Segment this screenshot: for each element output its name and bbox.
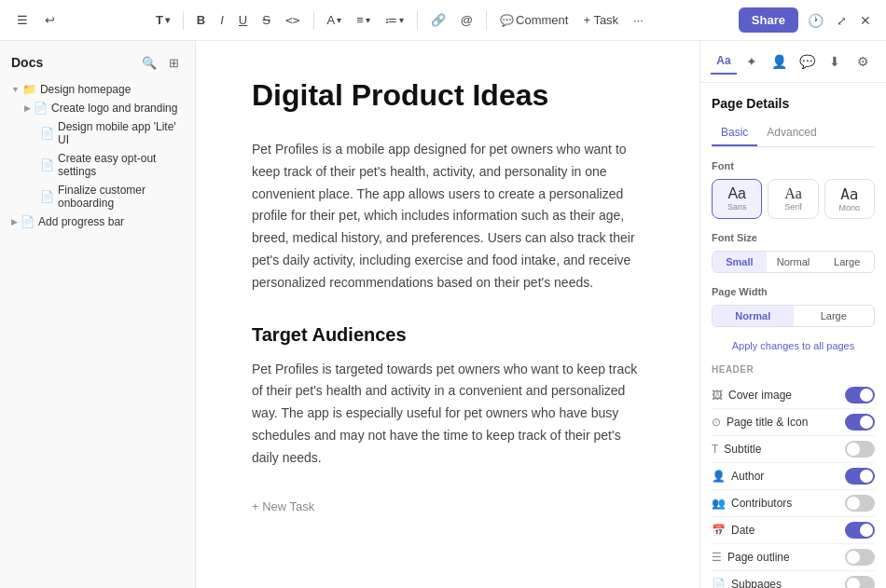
font-option-sans[interactable]: AaSans [712,179,762,219]
tree-arrow-0: ▼ [11,85,20,94]
mention-button[interactable]: @ [455,9,478,31]
sidebar-tree: ▼ 📁 Design homepage ▶ 📄 Create logo and … [0,80,195,231]
toggle-icon-5: 📅 [712,524,726,537]
close-icon: ✕ [860,13,871,28]
toolbar: ☰ ↩ T ▾ B I U S <> A ▾ ≡ [0,0,886,41]
toggle-row-subpages: 📄 Subpages [712,571,875,588]
sidebar-item-5[interactable]: ▶ 📄 Add progress bar [4,212,191,231]
toggle-rows: 🖼 Cover image ⊙ Page title & Icon T Subt… [712,382,875,588]
tree-item-label-1: Create logo and branding [51,102,177,115]
font-color-button[interactable]: A ▾ [322,9,348,31]
toggle-row-subtitle: T Subtitle [712,436,875,463]
apply-link[interactable]: Apply changes to all pages [712,340,875,351]
tree-doc-icon-3: 📄 [40,158,54,171]
back-button[interactable]: ↩ [39,9,61,31]
doc-title: Digital Product Ideas [252,78,644,113]
panel-body: Page Details Basic Advanced Font AaSansA… [700,83,886,588]
panel-tab-star[interactable]: ✦ [739,48,765,75]
doc-section-title: Target Audiences [252,324,644,346]
panel-tab-comment[interactable]: 💬 [794,48,820,75]
sidebar-icon-group: 🔍 ⊞ [139,52,184,73]
toggle-page-title-&-icon[interactable] [845,414,875,431]
mention-icon: @ [461,13,473,27]
download-icon: ⬇ [829,54,840,69]
sub-tab-advanced[interactable]: Advanced [757,122,825,146]
doc-body-1: Pet Profiles is a mobile app designed fo… [252,139,644,294]
toggle-subtitle[interactable] [845,441,875,458]
toggle-icon-1: ⊙ [712,416,721,429]
sidebar: Docs 🔍 ⊞ ▼ 📁 Design homepage ▶ 📄 Create … [0,41,196,588]
task-button[interactable]: + Task [577,9,624,31]
toggle-label-3: Author [731,470,764,483]
link-button[interactable]: 🔗 [425,9,451,31]
toggle-row-contributors: 👥 Contributors [712,490,875,517]
menu-button[interactable]: ☰ [11,9,34,31]
toggle-icon-7: 📄 [712,578,726,588]
toggle-label-5: Date [731,524,754,537]
toggle-row-page-outline: ☰ Page outline [712,544,875,571]
toggle-icon-2: T [712,443,718,456]
toggle-page-outline[interactable] [845,549,875,566]
text-format-button[interactable]: T ▾ [150,9,175,31]
panel-tab-text[interactable]: Aa [711,48,737,75]
page-width-normal[interactable]: Normal [713,306,794,326]
back-icon: ↩ [45,13,55,27]
tree-doc-icon-5: 📄 [21,215,35,228]
separator-4 [486,11,487,30]
close-button[interactable]: ✕ [856,9,875,32]
sidebar-item-1[interactable]: ▶ 📄 Create logo and branding [4,99,191,117]
font-size-small[interactable]: Small [713,252,767,272]
font-size-options: SmallNormalLarge [712,251,875,273]
toggle-label-4: Contributors [731,497,792,510]
comment-panel-icon: 💬 [799,54,815,69]
comment-button[interactable]: 💬 Comment [494,9,574,31]
toggle-label-1: Page title & Icon [727,416,808,429]
page-width-large[interactable]: Large [794,306,875,326]
bold-button[interactable]: B [191,9,211,31]
toggle-label-7: Subpages [731,578,782,588]
list-button[interactable]: ≔ ▾ [380,9,409,31]
person-icon: 👤 [771,54,787,69]
strikethrough-button[interactable]: S [256,9,276,31]
tree-item-label-4: Finalize customer onboarding [58,184,184,210]
toggle-author[interactable] [845,468,875,485]
tree-doc-icon-4: 📄 [40,190,54,203]
sidebar-search-button[interactable]: 🔍 [139,52,159,73]
toggle-icon-6: ☰ [712,551,722,564]
underline-button[interactable]: U [233,9,253,31]
panel-tab-gear[interactable]: ⚙ [850,48,876,75]
page-width-label: Page Width [712,286,875,297]
panel-tab-person[interactable]: 👤 [767,48,793,75]
font-option-mono[interactable]: AaMono [824,179,875,219]
font-size-large[interactable]: Large [820,252,874,272]
sub-tab-basic[interactable]: Basic [712,122,757,146]
panel-tab-download[interactable]: ⬇ [822,48,848,75]
sidebar-item-2[interactable]: 📄 Design mobile app 'Lite' UI [4,117,191,149]
sidebar-item-3[interactable]: 📄 Create easy opt-out settings [4,149,191,181]
history-button[interactable]: 🕐 [804,9,827,32]
toggle-contributors[interactable] [845,495,875,512]
toggle-icon-4: 👥 [712,497,726,510]
toggle-row-author: 👤 Author [712,463,875,490]
sidebar-item-0[interactable]: ▼ 📁 Design homepage [4,80,191,99]
sidebar-item-4[interactable]: 📄 Finalize customer onboarding [4,181,191,212]
toggle-cover-image[interactable] [845,387,875,403]
content-area: Digital Product Ideas Pet Profiles is a … [196,41,699,588]
new-task-button[interactable]: + New Task [252,499,644,513]
sidebar-layout-button[interactable]: ⊞ [163,52,184,73]
share-button[interactable]: Share [739,7,798,33]
toggle-date[interactable] [845,522,875,539]
history-icon: 🕐 [808,13,824,28]
code-button[interactable]: <> [280,9,306,31]
panel-tab-row: Aa ✦ 👤 💬 ⬇ ⚙ [700,41,886,83]
expand-button[interactable]: ⤢ [833,9,851,32]
italic-button[interactable]: I [215,9,229,31]
font-option-serif[interactable]: AaSerif [768,179,818,219]
align-button[interactable]: ≡ ▾ [351,9,376,31]
font-size-normal[interactable]: Normal [767,252,821,272]
toggle-label-6: Page outline [727,551,790,564]
toggle-subpages[interactable] [845,576,875,588]
right-panel: Aa ✦ 👤 💬 ⬇ ⚙ Page Details Basic [699,41,886,588]
more-button[interactable]: ··· [628,9,649,31]
panel-section-title: Page Details [712,96,875,111]
